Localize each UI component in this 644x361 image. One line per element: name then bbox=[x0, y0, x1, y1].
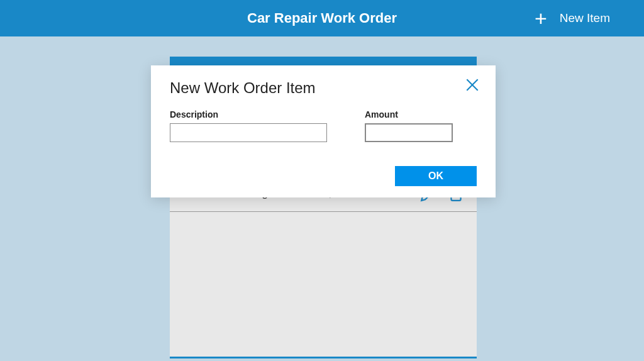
panel-header-bar bbox=[170, 57, 477, 66]
modal-title: New Work Order Item bbox=[170, 79, 477, 97]
ok-button[interactable]: OK bbox=[395, 166, 477, 186]
amount-field: Amount bbox=[365, 109, 453, 142]
form-fields: Description Amount bbox=[170, 109, 477, 142]
description-field: Description bbox=[170, 109, 327, 142]
new-item-label: New Item bbox=[560, 11, 610, 25]
close-button[interactable] bbox=[464, 77, 480, 96]
page-title: Car Repair Work Order bbox=[247, 10, 397, 26]
description-input[interactable] bbox=[170, 123, 327, 142]
app-header: Car Repair Work Order + New Item bbox=[0, 0, 644, 36]
description-label: Description bbox=[170, 109, 327, 119]
amount-input[interactable] bbox=[365, 123, 453, 142]
amount-label: Amount bbox=[365, 109, 453, 119]
new-item-button[interactable]: + New Item bbox=[535, 8, 610, 29]
close-icon bbox=[464, 77, 480, 93]
plus-icon: + bbox=[535, 8, 547, 29]
new-item-modal: New Work Order Item Description Amount O… bbox=[151, 65, 496, 197]
